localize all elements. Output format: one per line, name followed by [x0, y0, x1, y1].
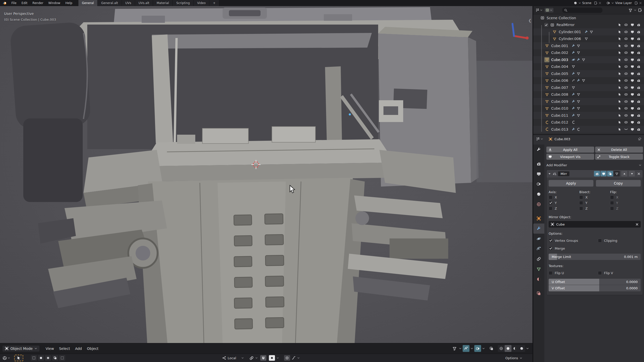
selectable-toggle-icon[interactable] [618, 37, 621, 41]
render-disable-icon[interactable] [637, 72, 640, 75]
view-layer-tab-icon[interactable] [536, 182, 541, 186]
chevron-down-icon[interactable] [255, 357, 258, 359]
wrench-badge-icon[interactable] [572, 44, 575, 48]
selectable-toggle-icon[interactable] [618, 72, 621, 75]
chevron-down-icon[interactable] [459, 347, 462, 350]
visibility-eye-icon[interactable] [624, 58, 628, 62]
workspace-tab-material[interactable]: Material [153, 0, 173, 6]
outliner-row-cube.011[interactable]: Cube.011 [533, 112, 644, 119]
selectable-toggle-icon[interactable] [618, 58, 621, 62]
tri-badge-icon[interactable] [572, 86, 575, 89]
workspace-tab-general[interactable]: General [78, 0, 98, 6]
menu-edit[interactable]: Edit [19, 1, 30, 5]
outliner-row-cube.003[interactable]: Cube.003 [533, 56, 644, 63]
orientation-label[interactable]: Local [228, 356, 236, 360]
u-offset-slider[interactable]: U Offset 0.0000 [549, 279, 641, 285]
visibility-eye-icon[interactable] [624, 23, 628, 27]
render-visibility-toggle[interactable] [594, 171, 600, 176]
outliner-row-cylinder.001[interactable]: Cylinder.001 [533, 28, 644, 35]
view-layer-selector[interactable]: View Layer [605, 1, 633, 5]
modifiers-tab-icon[interactable] [536, 226, 541, 231]
viewport-menu-add[interactable]: Add [73, 346, 84, 352]
workspace-tab-+[interactable]: + [209, 0, 219, 6]
tool-options-dropdown[interactable]: Options [505, 356, 518, 360]
menu-render[interactable]: Render [30, 1, 46, 5]
properties-tab-constraints[interactable] [533, 254, 544, 264]
proportional-edit-toggle[interactable] [284, 355, 290, 361]
outliner-row-cube.004[interactable]: Cube.004 [533, 63, 644, 70]
tri-badge-icon[interactable] [577, 72, 580, 75]
wrench-badge-icon[interactable] [572, 72, 575, 75]
pivot-point-icon[interactable] [249, 356, 254, 360]
viewport-vis-button[interactable]: Viewport Vis [546, 154, 594, 160]
snap-toggle[interactable] [260, 355, 266, 361]
flip-x-checkbox[interactable]: X [610, 194, 641, 200]
viewport-disable-icon[interactable] [631, 58, 634, 62]
visibility-eye-icon[interactable] [624, 30, 628, 34]
viewport-disable-icon[interactable] [631, 79, 634, 82]
display-mode-selector[interactable] [545, 8, 553, 12]
new-scene-button[interactable] [594, 1, 597, 5]
tri-badge-icon[interactable] [577, 114, 580, 117]
physics-badge-icon[interactable] [572, 58, 575, 62]
tri-badge-icon[interactable] [582, 79, 585, 82]
render-disable-icon[interactable] [637, 37, 640, 41]
viewport-menu-select[interactable]: Select [56, 346, 72, 352]
selectable-toggle-icon[interactable] [618, 65, 621, 68]
chevron-down-icon[interactable] [241, 357, 244, 359]
outliner-search-input[interactable] [562, 8, 603, 13]
outliner-row-cylinder.006[interactable]: Cylinder.006 [533, 35, 644, 43]
mesh-object-icon[interactable] [545, 79, 549, 83]
visibility-eye-icon[interactable] [624, 107, 628, 110]
add-modifier-dropdown[interactable]: Add Modifier [546, 163, 643, 167]
mesh-object-icon[interactable] [545, 44, 549, 48]
material-tab-icon[interactable] [536, 277, 541, 281]
viewport-disable-icon[interactable] [631, 128, 634, 131]
shading-material-button[interactable] [511, 345, 518, 352]
axis-x-checkbox[interactable]: X [549, 194, 579, 200]
curve-badge-icon[interactable] [577, 128, 580, 131]
shading-solid-button[interactable] [505, 345, 511, 352]
apply-modifier-button[interactable]: Apply [549, 180, 593, 187]
delete-modifier-icon[interactable] [637, 172, 640, 175]
viewport-disable-icon[interactable] [631, 107, 634, 110]
flip-y-checkbox[interactable]: Y [610, 200, 641, 206]
clear-object-icon[interactable] [635, 223, 639, 226]
transform-orientation-icon[interactable] [222, 356, 226, 360]
mesh-object-icon[interactable] [545, 72, 549, 75]
copy-modifier-button[interactable]: Copy [596, 180, 641, 187]
properties-tab-tool[interactable] [533, 145, 544, 155]
render-disable-icon[interactable] [637, 120, 640, 124]
wrench-badge-icon[interactable] [572, 128, 575, 131]
vertex-groups-checkbox[interactable]: Vertex Groups [549, 238, 598, 243]
tri-badge-icon[interactable] [590, 30, 593, 34]
world-tab-icon[interactable] [536, 202, 541, 207]
viewport-disable-icon[interactable] [631, 93, 634, 96]
viewport-disable-icon[interactable] [631, 30, 634, 34]
constraints-tab-icon[interactable] [536, 257, 541, 261]
curve-badge-icon[interactable] [572, 120, 575, 124]
tri-badge-icon[interactable] [577, 100, 580, 103]
clipping-checkbox[interactable]: Clipping [598, 238, 641, 243]
visibility-eye-icon[interactable] [624, 44, 628, 48]
viewport-disable-icon[interactable] [631, 114, 634, 117]
render-tab-icon[interactable] [536, 162, 541, 166]
visibility-eye-icon[interactable] [624, 65, 628, 68]
wrench-badge-icon[interactable] [572, 51, 575, 54]
menu-window[interactable]: Window [46, 1, 63, 5]
mesh-object-icon[interactable] [553, 30, 556, 34]
falloff-curve-icon[interactable] [292, 356, 296, 360]
flip-v-checkbox[interactable]: Flip V [598, 270, 641, 276]
viewport-3d[interactable]: User Perspective (0) Scene Collection | … [0, 6, 532, 343]
render-disable-icon[interactable] [637, 93, 640, 96]
properties-tab-physics[interactable] [533, 244, 544, 254]
selectable-toggle-icon[interactable] [618, 51, 621, 54]
pin-icon[interactable] [638, 137, 641, 141]
render-disable-icon[interactable] [637, 30, 640, 34]
particles-tab-icon[interactable] [536, 236, 541, 241]
outliner-row-realmirror[interactable]: RealMirror [533, 22, 644, 29]
tri-badge-icon[interactable] [585, 37, 588, 41]
cage-toggle[interactable] [614, 171, 620, 176]
merge-checkbox[interactable]: Merge [549, 246, 598, 251]
delete-all-button[interactable]: Delete All [595, 147, 643, 153]
